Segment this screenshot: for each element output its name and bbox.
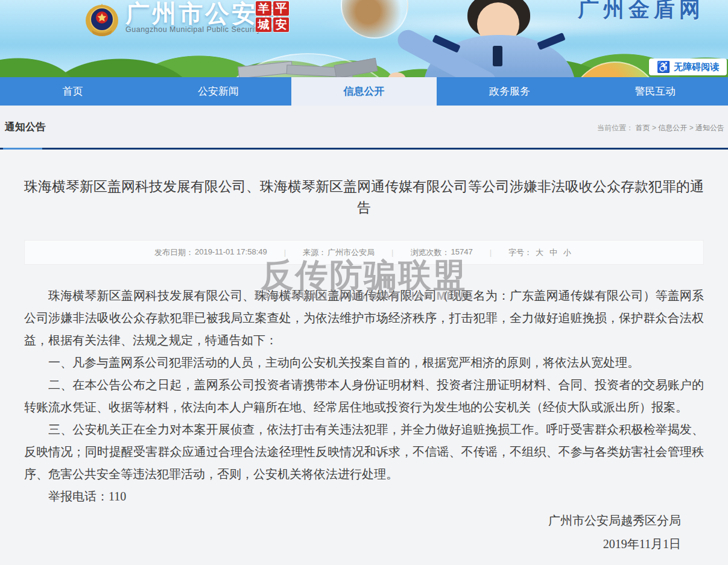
meta-divider: | [490,248,492,257]
breadcrumb-item-home[interactable]: 首页 [636,124,650,132]
nav-tab-government-services[interactable]: 政务服务 [437,77,582,106]
seal-char: 平 [273,1,289,16]
wheelchair-icon: ♿ [657,62,670,72]
article-paragraph: 三、公安机关正在全力对本案开展侦查，依法打击有关违法犯罪，并全力做好追赃挽损工作… [24,418,704,485]
breadcrumb-label: 当前位置： [597,124,633,132]
section-underline-blue [3,148,42,150]
accessibility-reading-button[interactable]: ♿ 无障碍阅读 [649,58,727,75]
article-meta-bar: 发布日期： 2019-11-01 17:58:49 | 来源： 广州市公安局 |… [24,240,704,265]
views-label: 浏览次数： [410,247,449,258]
seal-char: 城 [256,17,271,32]
breadcrumb-item-notices[interactable]: 通知公告 [695,124,724,132]
source-value: 广州市公安局 [328,247,375,258]
nav-tab-information-disclosure[interactable]: 信息公开 [291,77,437,106]
meta-divider: | [391,248,393,257]
main-navigation: 首页 公安新闻 信息公开 政务服务 警民互动 [0,77,728,106]
seal-char: 羊 [256,1,271,16]
article-body: 珠海横琴新区盖网科技发展有限公司、珠海横琴新区盖网通传媒有限公司（现更名为：广东… [24,265,704,508]
font-size-small-button[interactable]: 小 [563,247,571,258]
source-label: 来源： [303,247,326,258]
article-paragraph: 二、在本公告公布之日起，盖网系公司投资者请携带本人身份证明材料、投资者注册证明材… [24,374,704,418]
nav-tab-police-news[interactable]: 公安新闻 [145,77,291,106]
seal-char: 安 [273,17,289,32]
breadcrumb-separator: > [689,124,694,132]
font-size-medium-button[interactable]: 中 [549,247,557,258]
report-hotline: 举报电话：110 [24,485,704,508]
signature-block: 广州市公安局越秀区分局 2019年11月1日 [24,509,704,556]
accessibility-label: 无障碍阅读 [674,62,719,73]
font-size-large-button[interactable]: 大 [536,247,543,258]
section-header-band: 通知公告 当前位置： 首页 > 信息公开 > 通知公告 [0,106,728,150]
article-paragraph: 珠海横琴新区盖网科技发展有限公司、珠海横琴新区盖网通传媒有限公司（现更名为：广东… [24,285,704,352]
article-container: 反传防骗联盟 FAN CHUAN FANG BIAN LIAN MENG 珠海横… [0,150,728,565]
article-paragraph: 一、凡参与盖网系公司犯罪活动的人员，主动向公安机关投案自首的，根据宽严相济的原则… [24,352,704,374]
meta-divider: | [284,248,286,257]
breadcrumb: 当前位置： 首页 > 信息公开 > 通知公告 [597,123,724,133]
font-size-label: 字号： [508,247,532,258]
golden-shield-site-name: 广州金盾网 [578,0,704,24]
publish-date-value: 2019-11-01 17:58:49 [195,247,267,258]
police-badge-icon [84,1,119,37]
pingan-yangcheng-seal: 羊 平 城 安 [256,1,290,33]
publish-date-label: 发布日期： [154,247,194,258]
article-title: 珠海横琴新区盖网科技发展有限公司、珠海横琴新区盖网通传媒有限公司等公司涉嫌非法吸… [24,150,704,218]
books-illustration [238,60,377,77]
breadcrumb-item-information-disclosure[interactable]: 信息公开 [658,124,687,132]
breadcrumb-separator: > [652,124,656,132]
site-banner: 广州市公安局 Guangzhou Municipal Public Securi… [0,0,728,77]
signature-agency: 广州市公安局越秀区分局 [24,509,681,532]
nav-tab-police-citizen-interaction[interactable]: 警民互动 [583,77,728,106]
section-title: 通知公告 [5,120,46,134]
nav-tab-home[interactable]: 首页 [0,77,145,106]
policewoman-illustration [389,0,588,77]
signature-date: 2019年11月1日 [24,532,681,556]
views-value: 15747 [451,247,472,258]
